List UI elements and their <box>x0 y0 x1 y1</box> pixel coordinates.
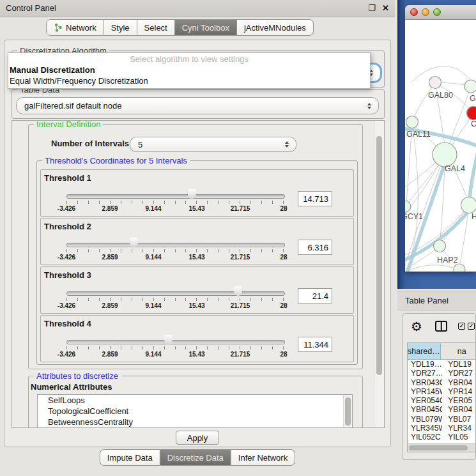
numerical-attributes-label: Numerical Attributes <box>31 382 112 392</box>
tab-select[interactable]: Select <box>137 19 175 36</box>
tab-network[interactable]: Network <box>46 19 104 36</box>
network-node[interactable] <box>406 116 418 128</box>
vertical-scrollbar[interactable] <box>374 121 384 427</box>
float-window-icon[interactable]: ❐ <box>368 0 376 17</box>
table-cell[interactable]: YLR34 <box>442 424 476 433</box>
tab-jactivemnodules[interactable]: jActiveMNodules <box>237 19 314 36</box>
table-data-combobox[interactable]: galFiltered.sif default node <box>16 97 379 114</box>
table-row[interactable]: YBR043CYBR04 <box>408 378 476 387</box>
table-cell[interactable]: YLR345W <box>408 424 442 433</box>
table-row[interactable]: YPR145WYPR14 <box>408 387 476 396</box>
close-icon[interactable]: ✕ <box>382 0 389 17</box>
table-data-group: Table Data galFiltered.sif default node <box>12 89 385 119</box>
tick-label: 21.715 <box>231 205 250 212</box>
list-item[interactable]: SelfLoops <box>38 395 352 406</box>
table-row[interactable]: YDL19…YDL19 <box>408 360 476 369</box>
spinner-arrows-icon <box>285 141 289 148</box>
network-node[interactable] <box>429 77 441 89</box>
network-node[interactable] <box>461 197 476 213</box>
table-cell[interactable]: YBL079W <box>408 415 442 424</box>
numerical-attributes-list[interactable]: SelfLoopsTopologicalCoefficientBetweenne… <box>37 394 353 428</box>
table-row[interactable]: YDR27…YDR27 <box>408 369 476 378</box>
scrollbar-thumb[interactable] <box>345 397 351 426</box>
table-cell[interactable]: YBR045C <box>408 405 442 414</box>
network-canvas[interactable]: GAL80GACGAL11GAL4GCY1HHAP2 <box>405 20 476 272</box>
network-node[interactable] <box>464 80 476 93</box>
tab-discretize-data[interactable]: Discretize Data <box>160 449 231 466</box>
zoom-traffic-light-icon[interactable] <box>433 8 441 16</box>
threshold-value-field[interactable] <box>298 240 332 255</box>
table-cell[interactable]: YBR04 <box>442 405 476 414</box>
table-row[interactable]: YLR345WYLR34 <box>408 424 476 433</box>
network-node[interactable] <box>433 142 457 167</box>
tick-label: 15.43 <box>188 254 204 261</box>
table-cell[interactable]: YBL07 <box>442 415 476 424</box>
network-node[interactable] <box>467 107 476 120</box>
close-traffic-light-icon[interactable] <box>410 8 418 16</box>
table-cell[interactable]: YIL052C <box>408 433 442 441</box>
slider-ticks <box>66 346 284 349</box>
tab-impute-data[interactable]: Impute Data <box>100 449 160 466</box>
table-cell[interactable]: YPR145W <box>408 387 442 396</box>
threshold-value-field[interactable] <box>298 337 332 352</box>
table-row[interactable]: YER054CYER05 <box>408 396 476 405</box>
column-header-shared-name[interactable]: shared… <box>408 343 441 359</box>
table-cell[interactable]: YER054C <box>408 396 442 405</box>
number-of-intervals-spinner[interactable]: 5 <box>130 137 296 152</box>
gear-icon[interactable]: ⚙ <box>411 319 422 334</box>
tick-label: 15.43 <box>188 351 204 358</box>
network-edge[interactable] <box>405 265 456 272</box>
table-cell[interactable]: YDL19 <box>442 360 476 369</box>
table-cell[interactable]: YDL19… <box>408 360 442 369</box>
checkbox-icon[interactable]: ✓ <box>458 323 465 330</box>
table-cell[interactable]: YIL05 <box>442 433 476 441</box>
list-scrollbar[interactable] <box>343 395 352 428</box>
column-header-name[interactable]: na <box>441 343 476 359</box>
tick-label: -3.426 <box>58 254 75 261</box>
network-node[interactable] <box>454 264 465 272</box>
threshold-value-field[interactable] <box>298 288 332 303</box>
tab-cyni-toolbox[interactable]: Cyni Toolbox <box>175 19 237 36</box>
split-columns-icon[interactable] <box>435 321 447 332</box>
table-cell[interactable]: YBR043C <box>408 378 442 387</box>
table-row[interactable]: YBR045CYBR04 <box>408 405 476 414</box>
slider-track[interactable] <box>66 243 285 247</box>
table-cell[interactable]: YDR27 <box>442 369 476 378</box>
table-cell[interactable]: YBR04 <box>442 378 476 387</box>
table-cell[interactable]: YER05 <box>442 396 476 405</box>
threshold-value-field[interactable] <box>298 191 332 206</box>
group-title: Interval Definition <box>34 120 103 129</box>
network-node[interactable] <box>434 240 446 252</box>
tick-label: 9.144 <box>145 205 161 212</box>
network-node[interactable] <box>405 201 411 212</box>
popup-option-equal-width-frequency[interactable]: Equal Width/Frequency Discretization <box>8 75 370 86</box>
table-cell[interactable]: YDR27… <box>408 369 442 378</box>
list-item[interactable]: TopologicalCoefficient <box>38 406 352 417</box>
table-row[interactable]: YBL079WYBL07 <box>408 415 476 424</box>
horizontal-scrollbar[interactable] <box>408 443 476 452</box>
slider-track[interactable] <box>66 194 285 199</box>
apply-button[interactable]: Apply <box>176 431 219 445</box>
slider-track[interactable] <box>66 291 285 296</box>
settings-scroll-area: Interval Definition Number of Intervals … <box>12 120 385 428</box>
tab-infer-network[interactable]: Infer Network <box>231 449 295 466</box>
slider-track[interactable] <box>66 340 285 344</box>
tab-label: Impute Data <box>107 453 153 463</box>
threshold-slider[interactable]: -3.4262.8599.14415.4321.71528 <box>66 188 284 213</box>
list-item[interactable]: BetweennessCentrality <box>38 417 352 427</box>
network-edge-highlighted[interactable] <box>470 152 476 200</box>
threshold-slider[interactable]: -3.4262.8599.14415.4321.71528 <box>66 334 284 359</box>
tab-style[interactable]: Style <box>104 19 137 36</box>
checkbox-icon[interactable]: ✓ <box>468 323 475 330</box>
table-row[interactable]: YIL052CYIL05 <box>408 433 476 441</box>
network-edge[interactable] <box>412 82 435 122</box>
scrollbar-thumb[interactable] <box>376 136 382 375</box>
table-cell[interactable]: YPR14 <box>442 387 476 396</box>
node-label: GCY1 <box>405 212 423 221</box>
node-table: shared… na YDL19…YDL19YDR27…YDR27YBR043C… <box>407 342 476 452</box>
scrollbar-thumb[interactable] <box>409 445 468 450</box>
minimize-traffic-light-icon[interactable] <box>422 8 429 16</box>
popup-option-manual-discretization[interactable]: Manual Discretization <box>8 65 370 75</box>
threshold-slider[interactable]: -3.4262.8599.14415.4321.71528 <box>66 285 284 311</box>
threshold-slider[interactable]: -3.4262.8599.14415.4321.71528 <box>66 236 284 262</box>
